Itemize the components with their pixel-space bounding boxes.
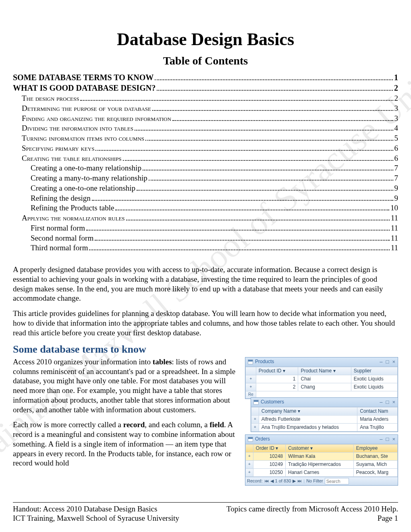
filter-indicator[interactable]: No Filter <box>306 478 323 484</box>
toc-entry[interactable]: Finding and organizing the required info… <box>13 114 398 123</box>
table-row[interactable]: + Ana Trujillo Emparedados y helados Ana… <box>251 423 398 431</box>
minimize-icon[interactable]: – <box>380 359 382 365</box>
cell: Exotic Liquids <box>351 375 397 383</box>
select-all-cell[interactable] <box>246 367 256 375</box>
toc-entry[interactable]: Second normal form11 <box>13 233 398 243</box>
toc-label: Creating a many-to-many relationship <box>31 173 147 183</box>
nav-first-icon[interactable]: ⏮ <box>264 478 269 484</box>
toc-leader <box>86 230 390 231</box>
table-icon <box>248 437 253 442</box>
toc-label: The design process <box>22 94 79 103</box>
footer-source: Topics came directly from Microsoft Acce… <box>226 504 398 514</box>
toc-heading: Table of Contents <box>13 54 398 68</box>
toc-entry[interactable]: Creating a one-to-one relationship9 <box>13 183 398 193</box>
table-row[interactable]: + Alfreds Futterkiste Maria Anders <box>251 415 398 423</box>
column-header[interactable]: Company Name ▾ <box>259 407 357 415</box>
maximize-icon[interactable]: □ <box>386 436 389 443</box>
toc-entry[interactable]: Creating a many-to-many relationship7 <box>13 173 398 183</box>
intro-para-2: This article provides guidelines for pla… <box>13 309 398 337</box>
select-all-cell[interactable] <box>246 445 253 453</box>
close-icon[interactable]: × <box>392 359 395 365</box>
column-header[interactable]: Product ID ▾ <box>256 367 298 375</box>
customers-table-window: Customers – □ × Company Name ▾ Contact N… <box>251 397 398 432</box>
cell: Buchanan, Ste <box>353 453 397 461</box>
toc-page-number: 11 <box>391 223 398 233</box>
toc-page-number: 11 <box>391 243 398 253</box>
toc-page-number: 2 <box>394 83 398 93</box>
toc-page-number: 11 <box>391 213 398 223</box>
toc-leader <box>137 190 393 191</box>
toc-entry[interactable]: Third normal form11 <box>13 243 398 253</box>
close-icon[interactable]: × <box>392 399 395 405</box>
text: Each row is more correctly called a <box>13 420 123 429</box>
minimize-icon[interactable]: – <box>380 399 382 405</box>
table-icon <box>253 400 259 405</box>
table-icon <box>248 360 253 364</box>
table-row[interactable]: + 1 Chai Exotic Liquids <box>246 375 398 383</box>
toc-label: Creating a one-to-one relationship <box>31 183 135 193</box>
toc-page-number: 6 <box>394 143 399 153</box>
section-heading: Some database terms to know <box>13 343 398 356</box>
toc-leader <box>80 100 393 101</box>
table-row[interactable]: + 10250 Hanari Carnes Peacock, Marg <box>246 469 398 477</box>
toc-leader <box>155 79 393 80</box>
toc-entry[interactable]: SOME DATABASE TERMS TO KNOW1 <box>13 73 398 83</box>
nav-prev-icon[interactable]: ◀ <box>270 478 274 484</box>
toc-entry[interactable]: Determining the purpose of your database… <box>13 104 398 113</box>
search-input[interactable] <box>325 478 349 484</box>
toc-leader <box>143 170 393 170</box>
nav-next-icon[interactable]: ▶ <box>293 478 296 484</box>
toc-page-number: 3 <box>394 114 399 123</box>
toc-label: Refining the design <box>31 193 91 203</box>
toc-entry[interactable]: WHAT IS GOOD DATABASE DESIGN?2 <box>13 83 398 93</box>
cell: Wilman Kala <box>286 453 354 461</box>
toc-entry[interactable]: Refining the Products table10 <box>13 203 398 213</box>
toc-label: Applying the normalization rules <box>22 213 125 223</box>
toc-entry[interactable]: First normal form11 <box>13 223 398 233</box>
toc-page-number: 6 <box>394 154 399 163</box>
close-icon[interactable]: × <box>392 436 395 443</box>
toc-entry[interactable]: Turning information items into columns5 <box>13 133 398 143</box>
bold-tables: tables <box>153 357 172 366</box>
toc-leader <box>149 180 393 181</box>
toc-entry[interactable]: The design process2 <box>13 94 398 103</box>
maximize-icon[interactable]: □ <box>386 399 389 405</box>
footer-handout: Handout: Access 2010 Database Design Bas… <box>13 504 157 514</box>
column-header[interactable]: Employee <box>353 445 397 453</box>
column-header[interactable]: Contact Nam <box>357 407 398 415</box>
toc-entry[interactable]: Refining the design9 <box>13 193 398 203</box>
toc-leader <box>152 110 393 111</box>
toc-entry[interactable]: Specifying primary keys6 <box>13 143 398 153</box>
products-table-window: Products – □ × Product ID ▾ Product Name… <box>245 357 398 399</box>
toc-label: Second normal form <box>31 233 93 243</box>
table-row[interactable]: + 10248 Wilman Kala Buchanan, Ste <box>246 453 398 461</box>
table-row[interactable]: + 2 Chang Exotic Liquids <box>246 383 398 391</box>
select-all-cell[interactable] <box>251 407 259 415</box>
bold-field: field <box>210 420 224 429</box>
table-row[interactable]: + 10249 Tradição Hipermercados Suyama, M… <box>246 461 398 469</box>
nav-label: Record: <box>247 478 263 484</box>
column-header[interactable]: Order ID ▾ <box>253 445 285 453</box>
toc-page-number: 9 <box>394 193 399 203</box>
cell: Chai <box>298 375 351 383</box>
toc-entry[interactable]: Dividing the information into tables4 <box>13 123 398 133</box>
window-title: Orders <box>255 436 270 442</box>
column-header[interactable]: Product Name ▾ <box>298 367 351 375</box>
toc-page-number: 2 <box>394 94 399 103</box>
column-header[interactable]: Supplier <box>351 367 397 375</box>
toc-label: Creating the table relationships <box>22 154 122 163</box>
text: , and each column, a <box>145 420 210 429</box>
minimize-icon[interactable]: – <box>380 436 382 443</box>
toc-entry[interactable]: Creating the table relationships6 <box>13 154 398 163</box>
toc-leader <box>115 210 389 210</box>
maximize-icon[interactable]: □ <box>386 359 389 365</box>
toc-entry[interactable]: Applying the normalization rules11 <box>13 213 398 223</box>
text: Access 2010 organizes your information i… <box>13 357 153 366</box>
toc-entry[interactable]: Creating a one-to-many relationship7 <box>13 163 398 173</box>
cell: 10249 <box>253 461 285 469</box>
toc-page-number: 11 <box>391 233 398 243</box>
nav-last-icon[interactable]: ⏭ <box>297 478 302 484</box>
column-header[interactable]: Customer ▾ <box>286 445 354 453</box>
table-of-contents: SOME DATABASE TERMS TO KNOW1WHAT IS GOOD… <box>13 73 398 253</box>
cell: Peacock, Marg <box>353 469 397 477</box>
